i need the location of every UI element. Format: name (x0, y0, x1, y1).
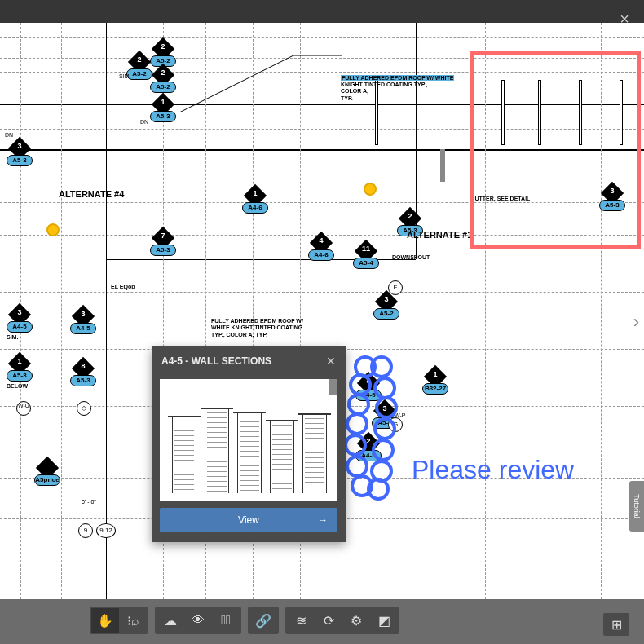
grid-tag-9: 9 (78, 523, 93, 538)
issue-dot[interactable] (46, 223, 60, 236)
callout-marker[interactable]: 7A5-3 (150, 236, 176, 258)
roof-note-2: FULLY ADHERED EPDM ROOF W/ WHITE KNIGHT … (211, 318, 309, 338)
callout-marker[interactable]: 1B32-27 (422, 375, 448, 396)
markup-text[interactable]: Please review (412, 455, 574, 485)
svg-line-0 (179, 55, 293, 112)
show-tool-icon[interactable]: 👁 (184, 608, 212, 633)
callout-marker[interactable]: 4A4-6 (308, 241, 334, 262)
column (440, 149, 445, 182)
callout-marker[interactable]: 3A4-5SIM. (7, 313, 33, 334)
leader-line (179, 55, 342, 112)
callout-marker[interactable]: 1A4-6 (242, 194, 268, 215)
tool-group: 🔗 (248, 607, 279, 634)
tutorial-tab[interactable]: Tutorial (629, 481, 644, 532)
tool-group: ≋⟳⚙◩ (285, 607, 399, 634)
callout-marker[interactable]: 3A4-5 (70, 315, 96, 336)
alternate-4-label: ALTERNATE #4 (59, 189, 124, 199)
gridline (0, 37, 644, 38)
grid-tag-f: F (388, 280, 403, 295)
popup-close-icon[interactable]: ✕ (326, 355, 336, 368)
top-bar (0, 0, 644, 23)
tool-group: ☁👁👁̸ (155, 607, 241, 634)
bottom-toolbar: ✋⁝⌕☁👁👁̸🔗≋⟳⚙◩ (0, 605, 644, 636)
close-icon[interactable]: × (620, 10, 629, 29)
view-button[interactable]: View → (160, 508, 337, 532)
roof-note-hl: FULLY ADHERED EPDM ROOF W/ WHITE (341, 75, 454, 81)
eq-note: EL EQob (111, 284, 135, 290)
callout-marker[interactable]: 3A5-2 (373, 300, 399, 321)
callout-marker[interactable]: 1A5-3 (150, 103, 176, 124)
callout-marker[interactable]: 11A5-4 (353, 249, 379, 271)
callout-marker[interactable]: 3A5-3 (7, 147, 33, 168)
wu-tag: W-U (16, 401, 31, 416)
grid-tag-912: 9.12 (96, 523, 116, 538)
markup-cloud[interactable] (349, 355, 398, 502)
link-tool-icon[interactable]: 🔗 (249, 608, 277, 633)
gridline (359, 23, 359, 599)
arrow-right-icon: → (318, 514, 328, 526)
dn-label: DN (140, 119, 148, 125)
pan-tool-icon[interactable]: ✋ (91, 608, 119, 633)
diamond-tag: ◇ (77, 401, 91, 416)
callout-marker[interactable]: 8A5-3 (70, 367, 96, 388)
rotate-tool-icon[interactable]: ⟳ (315, 608, 342, 633)
compare-tool-icon[interactable]: ◩ (370, 608, 398, 633)
tool-group: ✋⁝⌕ (90, 607, 148, 634)
alternate-1-label: ALTERNATE #1 (407, 230, 472, 240)
gridline (61, 23, 62, 599)
callout-marker[interactable]: 2A5-2 (150, 73, 176, 95)
layers-tool-icon[interactable]: ≋ (287, 608, 315, 633)
gridline (0, 292, 644, 293)
settings-tool-icon[interactable]: ⚙ (342, 608, 370, 633)
downspout-note: DOWNSPOUT (392, 254, 430, 261)
zoom-region-tool-icon[interactable]: ⁝⌕ (119, 608, 147, 633)
dim-label: 0' - 0" (82, 499, 96, 505)
gridline (121, 23, 121, 599)
popup-title: A4-5 - WALL SECTIONS (161, 355, 271, 367)
dn-label: DN (5, 132, 13, 138)
roof-note-1: KNIGHT TINTED COATING TYP., COLOR A,TYP. (341, 82, 447, 102)
callout-marker[interactable]: 1A5-3BELOW (7, 362, 33, 383)
cloud-tool-icon[interactable]: ☁ (157, 608, 184, 633)
sheet-preview-popup: A4-5 - WALL SECTIONS ✕ View → (152, 346, 346, 542)
sim-label: SIM. (119, 73, 130, 79)
popup-thumbnail[interactable] (160, 379, 337, 501)
callout-marker[interactable]: A5price (34, 466, 60, 487)
issue-dot[interactable] (364, 183, 377, 196)
next-sheet-icon[interactable]: › (633, 311, 639, 333)
gridline (106, 23, 107, 599)
markup-rectangle[interactable] (470, 51, 641, 249)
hide-tool-icon[interactable]: 👁̸ (212, 608, 240, 633)
